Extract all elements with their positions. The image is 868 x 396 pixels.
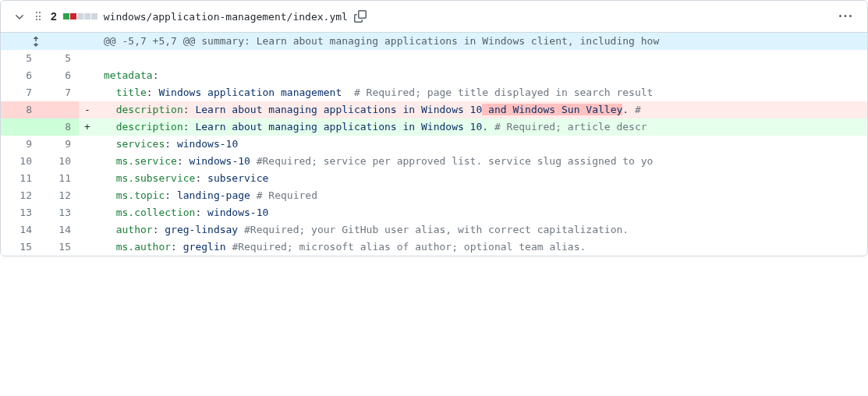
- new-line-number[interactable]: 6: [40, 67, 79, 84]
- code-cell: ms.collection: windows-10: [96, 204, 867, 221]
- old-line-number[interactable]: 15: [1, 239, 40, 256]
- old-line-number[interactable]: 7: [1, 84, 40, 101]
- new-line-number[interactable]: 12: [40, 187, 79, 204]
- new-line-number[interactable]: 8: [40, 118, 79, 136]
- change-count: 2: [51, 10, 57, 23]
- diff-marker: [79, 136, 96, 153]
- diff-row: 1111 ms.subservice: subservice: [1, 170, 867, 187]
- code-cell: title: Windows application management # …: [96, 84, 867, 101]
- diff-marker: [79, 187, 96, 204]
- diff-marker: [79, 221, 96, 239]
- diff-row: 1010 ms.service: windows-10 #Required; s…: [1, 153, 867, 170]
- code-cell: description: Learn about managing applic…: [96, 118, 867, 136]
- old-line-number[interactable]: 12: [1, 187, 40, 204]
- code-cell: ms.subservice: subservice: [96, 170, 867, 187]
- diff-marker: [79, 153, 96, 170]
- new-line-number[interactable]: 10: [40, 153, 79, 170]
- code-cell: ms.service: windows-10 #Required; servic…: [96, 153, 867, 170]
- diff-table: @@ -5,7 +5,7 @@ summary: Learn about man…: [1, 33, 867, 256]
- old-line-number[interactable]: 14: [1, 221, 40, 239]
- expand-icon[interactable]: [1, 33, 79, 50]
- diff-marker: [79, 204, 96, 221]
- new-line-number[interactable]: 15: [40, 239, 79, 256]
- old-line-number[interactable]: 6: [1, 67, 40, 84]
- diff-marker: [79, 170, 96, 187]
- diff-marker: -: [79, 101, 96, 118]
- old-line-number[interactable]: 11: [1, 170, 40, 187]
- hunk-header: @@ -5,7 +5,7 @@ summary: Learn about man…: [1, 33, 867, 50]
- code-cell: [96, 50, 867, 67]
- move-icon[interactable]: [32, 10, 44, 23]
- diff-row: 1313 ms.collection: windows-10: [1, 204, 867, 221]
- old-line-number[interactable]: 5: [1, 50, 40, 67]
- code-cell: metadata:: [96, 67, 867, 84]
- diff-row: 8- description: Learn about managing app…: [1, 101, 867, 118]
- new-line-number[interactable]: 11: [40, 170, 79, 187]
- code-cell: author: greg-lindsay #Required; your Git…: [96, 221, 867, 239]
- code-cell: ms.topic: landing-page # Required: [96, 187, 867, 204]
- old-line-number[interactable]: 13: [1, 204, 40, 221]
- diff-row: 1515 ms.author: greglin #Required; micro…: [1, 239, 867, 256]
- new-line-number[interactable]: 9: [40, 136, 79, 153]
- diff-marker: [79, 67, 96, 84]
- diff-row: 1414 author: greg-lindsay #Required; you…: [1, 221, 867, 239]
- file-header: 2 windows/application-management/index.y…: [1, 1, 867, 33]
- file-path[interactable]: windows/application-management/index.yml: [104, 11, 348, 23]
- diff-marker: +: [79, 118, 96, 136]
- diff-row: 99 services: windows-10: [1, 136, 867, 153]
- diff-marker: [79, 50, 96, 67]
- copy-icon[interactable]: [354, 10, 367, 23]
- code-cell: ms.author: greglin #Required; microsoft …: [96, 239, 867, 256]
- diff-marker: [79, 239, 96, 256]
- diff-row: 77 title: Windows application management…: [1, 84, 867, 101]
- diff-row: 66 metadata:: [1, 67, 867, 84]
- diff-churn-indicator: [63, 13, 97, 19]
- kebab-menu-icon[interactable]: [836, 7, 855, 26]
- old-line-number[interactable]: 9: [1, 136, 40, 153]
- diff-row: 55: [1, 50, 867, 67]
- new-line-number[interactable]: 13: [40, 204, 79, 221]
- new-line-number[interactable]: 7: [40, 84, 79, 101]
- hunk-text: @@ -5,7 +5,7 @@ summary: Learn about man…: [96, 33, 867, 50]
- code-cell: description: Learn about managing applic…: [96, 101, 867, 118]
- new-line-number[interactable]: [40, 101, 79, 118]
- new-line-number[interactable]: 14: [40, 221, 79, 239]
- diff-row: 1212 ms.topic: landing-page # Required: [1, 187, 867, 204]
- diff-row: 8+ description: Learn about managing app…: [1, 118, 867, 136]
- old-line-number[interactable]: 8: [1, 101, 40, 118]
- diff-file: 2 windows/application-management/index.y…: [0, 0, 868, 256]
- code-cell: services: windows-10: [96, 136, 867, 153]
- chevron-down-icon[interactable]: [13, 10, 26, 23]
- new-line-number[interactable]: 5: [40, 50, 79, 67]
- old-line-number[interactable]: 10: [1, 153, 40, 170]
- diff-marker: [79, 84, 96, 101]
- old-line-number[interactable]: [1, 118, 40, 136]
